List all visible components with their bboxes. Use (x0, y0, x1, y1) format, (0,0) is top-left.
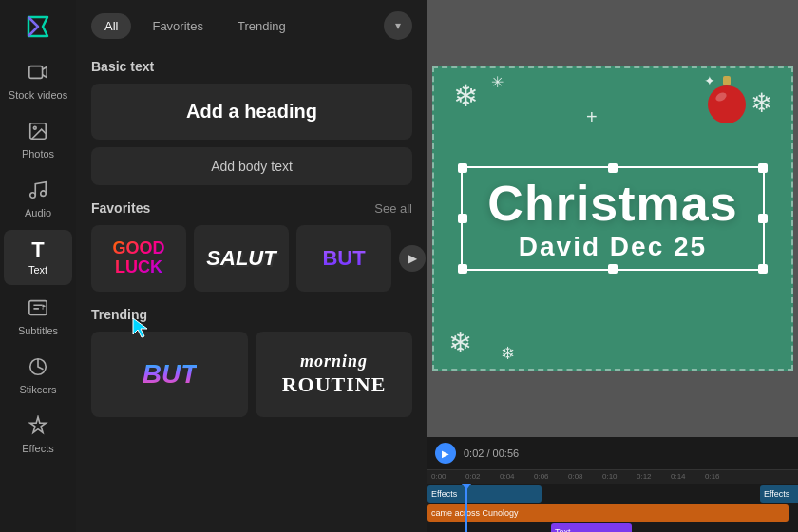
playhead-triangle (462, 484, 471, 490)
effects-icon (28, 415, 48, 439)
track-main: came across Cunology (428, 504, 798, 522)
snowflake-5: ❄ (448, 326, 472, 359)
audio-icon (28, 180, 48, 203)
svg-point-3 (30, 192, 36, 198)
app-logo[interactable] (21, 10, 55, 44)
good-luck-text: GOODLUCK (112, 239, 164, 277)
handle-ml[interactable] (458, 214, 467, 223)
trending-grid: BUT morningROUTINE (91, 332, 412, 417)
sidebar-item-audio[interactable]: Audio (4, 171, 72, 226)
favorites-row: GOODLUCK SALUT BUT ▶ (91, 225, 412, 292)
christmas-canvas: ❄ ✳ ❄ + ❄ ❄ ✦ (432, 66, 793, 370)
playhead[interactable] (466, 484, 467, 532)
sidebar-item-stock-videos-label: Stock videos (9, 89, 67, 101)
handle-br[interactable] (758, 264, 768, 274)
christmas-text[interactable]: Christmas David Dec 25 (487, 175, 737, 262)
favorites-title: Favorites (91, 200, 150, 216)
handle-bm[interactable] (608, 264, 618, 274)
christmas-title: Christmas (487, 175, 737, 232)
clip-main[interactable]: came across Cunology (428, 504, 788, 522)
text-icon: T (31, 239, 44, 260)
snowflake-3: ❄ (750, 87, 772, 119)
salut-text: SALUT (206, 246, 276, 271)
morning-routine-text: morningROUTINE (282, 352, 387, 397)
svg-rect-8 (723, 76, 731, 86)
clip-effects-right[interactable]: Effects (760, 485, 798, 503)
basic-text-title: Basic text (91, 59, 412, 74)
ruler-mark-0: 0:00 (431, 472, 446, 481)
panel-content: Basic text Add a heading Add body text F… (76, 48, 428, 532)
sidebar-item-stock-videos[interactable]: Stock videos (4, 53, 72, 108)
ruler-mark-3: 0:06 (534, 472, 549, 481)
handle-tl[interactable] (458, 163, 467, 173)
svg-point-9 (708, 86, 746, 124)
ruler-mark-2: 0:04 (500, 472, 515, 481)
trending-title: Trending (91, 307, 412, 322)
track-text: Text (428, 523, 798, 532)
snowflake-1: ❄ (453, 78, 479, 114)
sidebar-item-effects[interactable]: Effects (4, 407, 72, 462)
favorites-header: Favorites See all (91, 200, 412, 216)
tab-all[interactable]: All (91, 13, 131, 39)
ruler-mark-4: 0:08 (568, 472, 583, 481)
tab-favorites[interactable]: Favorites (139, 13, 216, 39)
trending-but[interactable]: BUT (91, 332, 248, 417)
tab-trending[interactable]: Trending (224, 13, 299, 39)
canvas-area: ❄ ✳ ❄ + ❄ ❄ ✦ (428, 0, 798, 437)
favorite-salut[interactable]: SALUT (194, 225, 289, 292)
favorite-good-luck[interactable]: GOODLUCK (91, 225, 186, 292)
svg-point-2 (33, 126, 36, 129)
handle-tm[interactable] (608, 163, 618, 173)
see-all-button[interactable]: See all (374, 201, 412, 216)
timeline-ruler: 0:00 0:02 0:04 0:06 0:08 0:10 0:12 0:14 … (428, 470, 798, 484)
play-button[interactable]: ▶ (435, 443, 456, 464)
panel-tabs: All Favorites Trending ▾ (76, 0, 428, 48)
but-text: BUT (322, 246, 365, 271)
svg-point-4 (41, 190, 47, 196)
ornament (706, 76, 749, 132)
ruler-mark-8: 0:16 (705, 472, 720, 481)
handle-mr[interactable] (758, 214, 768, 223)
photos-icon (28, 121, 48, 144)
sidebar-item-subtitles-label: Subtitles (18, 325, 58, 336)
snowflake-4: + (586, 106, 598, 128)
christmas-subtitle: David Dec 25 (487, 232, 737, 262)
sidebar-item-effects-label: Effects (22, 443, 53, 454)
favorites-next-arrow[interactable]: ▶ (399, 245, 426, 272)
time-display: 0:02 / 00:56 (464, 447, 519, 459)
favorite-but[interactable]: BUT (296, 225, 391, 292)
add-heading-button[interactable]: Add a heading (91, 84, 412, 140)
timeline: ▶ 0:02 / 00:56 0:00 0:02 0:04 0:06 0:08 … (428, 437, 798, 532)
sidebar-item-photos-label: Photos (22, 148, 54, 160)
stickers-icon (28, 356, 48, 380)
sidebar-item-text[interactable]: T Text (4, 230, 72, 285)
subtitles-icon (28, 297, 48, 321)
add-body-text-button[interactable]: Add body text (91, 147, 412, 185)
sidebar-item-stickers-label: Stikcers (19, 384, 56, 395)
sidebar-item-audio-label: Audio (25, 207, 51, 218)
but-gradient-text: BUT (142, 359, 198, 390)
tab-dropdown-button[interactable]: ▾ (384, 11, 412, 40)
ruler-mark-1: 0:02 (466, 472, 481, 481)
handle-bl[interactable] (458, 264, 467, 274)
trending-morning-routine[interactable]: morningROUTINE (256, 332, 412, 417)
svg-rect-5 (29, 300, 47, 314)
sidebar-item-text-label: Text (28, 264, 48, 276)
sidebar-item-stickers[interactable]: Stikcers (4, 348, 72, 403)
snowflake-2: ✳ (491, 73, 504, 91)
ruler-mark-5: 0:10 (602, 472, 618, 481)
right-area: ❄ ✳ ❄ + ❄ ❄ ✦ (428, 0, 798, 532)
stock-videos-icon (28, 62, 48, 86)
sidebar-item-photos[interactable]: Photos (4, 112, 72, 167)
track-effects-top: Effects Effects (428, 485, 798, 503)
clip-effects-top[interactable]: Effects (428, 485, 542, 503)
text-panel: All Favorites Trending ▾ Basic text Add … (76, 0, 428, 532)
ruler-mark-6: 0:12 (636, 472, 652, 481)
clip-text[interactable]: Text (551, 523, 632, 532)
svg-rect-0 (29, 66, 43, 78)
handle-tr[interactable] (758, 163, 768, 173)
snowflake-6: ❄ (501, 343, 515, 364)
sidebar: Stock videos Photos Audio T Text (0, 0, 76, 532)
timeline-tracks: Effects Effects came across Cunology Tex… (428, 484, 798, 532)
sidebar-item-subtitles[interactable]: Subtitles (4, 289, 72, 344)
